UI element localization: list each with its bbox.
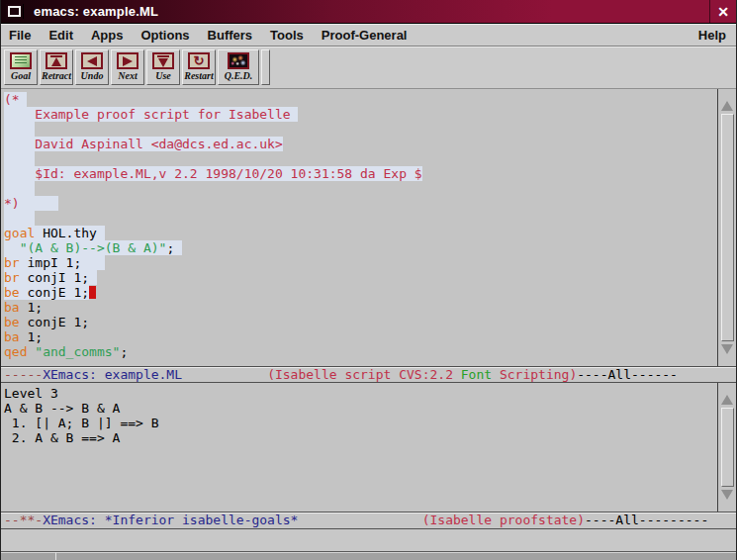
modeline-script-buffer: -----XEmacs: example.ML (Isabelle script… (1, 366, 736, 383)
code-segment: Example proof script for Isabelle (4, 107, 298, 122)
menu-item-apps[interactable]: Apps (82, 25, 133, 46)
close-button[interactable]: ✕ (709, 0, 736, 23)
use-funnel-down-icon (152, 52, 174, 69)
code-segment: br (4, 255, 20, 270)
toolbar-button-undo[interactable]: Undo (75, 49, 109, 85)
scrollbar-down-arrow-icon[interactable] (721, 490, 733, 510)
next-right-arrow-icon (117, 52, 138, 69)
goals-buffer-window: Level 3A & B --> B & A 1. [| A; B |] ==>… (1, 383, 736, 512)
modeline-segment: XEmacs: *Inferior isabelle-goals* (43, 513, 298, 527)
locked-region (4, 181, 35, 196)
scrollbar-up-arrow-icon[interactable] (721, 385, 733, 405)
code-segment: ba (4, 329, 20, 344)
goals-scrollbar[interactable] (717, 383, 736, 512)
code-segment (4, 240, 20, 255)
scrollbar-thumb[interactable] (721, 408, 734, 487)
goals-line: Level 3 (4, 386, 717, 401)
menu-item-buffers[interactable]: Buffers (199, 25, 262, 46)
toolbar-button-retract[interactable]: Retract (40, 49, 73, 85)
menu-item-file[interactable]: File (1, 25, 40, 46)
xemacs-frame: emacs: example.ML ✕ FileEditAppsOptionsB… (0, 0, 737, 560)
modeline-segment: ----All--------- (585, 513, 708, 527)
code-segment: be (4, 285, 20, 300)
window-menu-button[interactable] (6, 4, 24, 19)
modeline-segment: (Isabelle proofstate) (422, 513, 585, 527)
code-segment: ; (166, 240, 182, 255)
editor-line: goal HOL.thy (4, 226, 717, 240)
editor-line: be conjE 1; (4, 315, 717, 329)
locked-region: "(A & B)-->(B & A)"; (4, 240, 182, 255)
goals-buffer[interactable]: Level 3A & B --> B & A 1. [| A; B |] ==>… (1, 383, 717, 512)
editor-line (4, 211, 717, 226)
code-segment: David Aspinall <da@dcs.ed.ac.uk> (4, 137, 283, 151)
minibuffer[interactable] (1, 529, 736, 551)
locked-region (4, 151, 35, 166)
goals-line: A & B --> B & A (4, 401, 717, 416)
toolbar-button-q-e-d-[interactable]: Q.E.D. (218, 49, 259, 85)
editor-buffer[interactable]: (* Example proof script for Isabelle Dav… (1, 89, 717, 366)
hscroll-corner (1, 552, 56, 560)
locked-region: be conjE 1; (4, 285, 89, 300)
script-buffer-window: (* Example proof script for Isabelle Dav… (1, 89, 736, 366)
toolbar-caption: Undo (81, 70, 104, 81)
toolbar: GoalRetractUndoNextUse↻RestartQ.E.D. (1, 47, 736, 89)
toolbar-caption: Next (118, 70, 137, 81)
code-segment: (* (4, 92, 27, 107)
locked-region: goal HOL.thy (4, 226, 105, 240)
menu-item-proof-general[interactable]: Proof-General (313, 25, 416, 46)
modeline-segment: Font (461, 367, 492, 382)
editor-line: "(A & B)-->(B & A)"; (4, 240, 717, 255)
toolbar-caption: Use (155, 70, 171, 81)
menu-item-options[interactable]: Options (132, 25, 198, 46)
code-segment: br (4, 270, 20, 285)
qed-fireworks-icon (228, 52, 249, 69)
goal-scribble (15, 56, 27, 65)
title-bar: emacs: example.ML ✕ (1, 0, 736, 24)
code-segment: "(A & B)-->(B & A)" (20, 240, 167, 255)
locked-region: Example proof script for Isabelle (4, 107, 298, 122)
menu-item-tools[interactable]: Tools (261, 25, 313, 46)
code-segment: conjE 1; (20, 285, 89, 300)
editor-line: (* (4, 92, 717, 107)
editor-scrollbar[interactable] (717, 89, 736, 366)
hscroll-track[interactable] (56, 552, 736, 560)
toolbar-button-goal[interactable]: Goal (4, 49, 38, 85)
code-segment: conjI 1; (20, 270, 97, 285)
modeline-goals-buffer: --**-XEmacs: *Inferior isabelle-goals* (… (1, 512, 736, 529)
editor-line (4, 181, 717, 196)
goals-line: 1. [| A; B |] ==> B (4, 416, 717, 430)
menu-item-help[interactable]: Help (689, 25, 736, 46)
editor-line (4, 122, 717, 137)
editor-line: br conjI 1; (4, 270, 717, 285)
locked-region (4, 122, 35, 137)
code-segment: ba (4, 300, 20, 315)
right-triangle-glyph (123, 56, 133, 66)
modeline-segment: (Isabelle script CVS:2.2 (267, 367, 461, 382)
modeline-segment: ----- (4, 367, 43, 382)
scrollbar-thumb[interactable] (721, 114, 734, 341)
editor-line: David Aspinall <da@dcs.ed.ac.uk> (4, 137, 717, 151)
scrollbar-up-arrow-icon[interactable] (721, 91, 733, 111)
code-segment: 1; (20, 300, 43, 315)
toolbar-button-restart[interactable]: ↻Restart (182, 49, 216, 85)
code-segment: HOL.thy (35, 226, 104, 240)
circular-arrow-glyph: ↻ (194, 55, 205, 67)
restart-circular-arrow-icon: ↻ (188, 52, 210, 69)
editor-line: *) (4, 196, 717, 211)
menu-bar: FileEditAppsOptionsBuffersToolsProof-Gen… (1, 24, 736, 47)
code-segment: be (4, 315, 20, 329)
toolbar-button-next[interactable]: Next (111, 49, 144, 85)
close-icon: ✕ (717, 4, 729, 20)
code-segment: $Id: example.ML,v 2.2 1998/10/20 10:31:5… (4, 166, 422, 181)
horizontal-scrollbar[interactable] (1, 551, 736, 560)
code-segment: qed (4, 344, 27, 359)
modeline-segment: --**- (4, 513, 43, 527)
code-segment (4, 151, 35, 166)
toolbar-button-use[interactable]: Use (146, 49, 180, 85)
scrollbar-down-arrow-icon[interactable] (721, 344, 733, 364)
code-segment: impI 1; (20, 255, 105, 270)
goal-scroll-icon (10, 52, 32, 69)
menu-item-edit[interactable]: Edit (40, 25, 82, 46)
locked-region: *) (4, 196, 58, 211)
editor-line: be conjE 1; (4, 285, 717, 300)
